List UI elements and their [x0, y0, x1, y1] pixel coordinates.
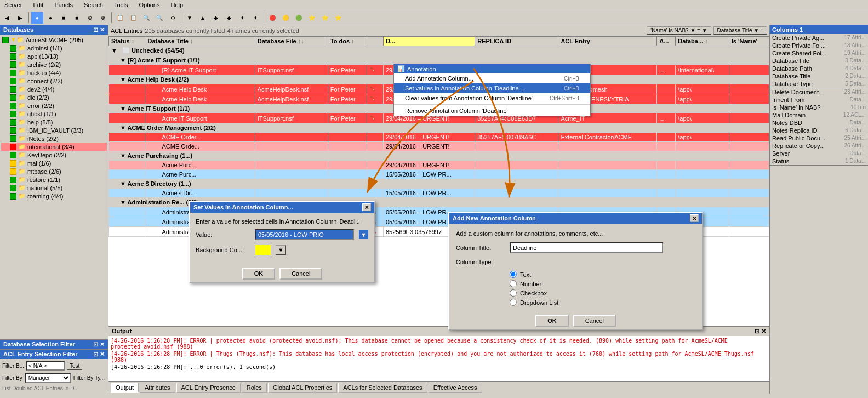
tb-btn-11[interactable]: 🔍 — [140, 12, 152, 24]
filter-btn-name[interactable]: 'Name' is NAB? ▼ = ▼ — [647, 26, 711, 35]
tab-effective-access[interactable]: Effective Access — [429, 383, 482, 393]
tree-item-roaming[interactable]: 📁 roaming (4/4) — [1, 192, 107, 200]
radio-number-input[interactable] — [510, 280, 517, 287]
right-panel-item-database-path[interactable]: Database Path 4 Data... — [770, 65, 868, 72]
context-menu-add-annotation[interactable]: Add Annotation Column... Ctrl+B — [394, 73, 590, 83]
tb-btn-7[interactable]: ⊕ — [84, 12, 96, 24]
col-todos[interactable]: To dos ↕ — [328, 37, 367, 46]
right-panel-item-is-name-nab[interactable]: Is 'Name' in NAB? 10 b:n — [770, 104, 868, 111]
tab-output[interactable]: Output — [111, 383, 139, 393]
right-panel-item-database-type[interactable]: Database Type 5 Data... — [770, 80, 868, 88]
menu-edit[interactable]: Edit — [31, 1, 45, 9]
context-menu-clear-values[interactable]: Clear values from Annotation Column 'Dea… — [394, 93, 590, 103]
tb-btn-20[interactable]: 🔴 — [266, 12, 278, 24]
col-isname[interactable]: Is 'Name' — [729, 37, 769, 46]
tree-item-national[interactable]: 📁 national (5/5) — [1, 184, 107, 192]
right-panel-item-database-file[interactable]: Database File 3 Data... — [770, 57, 868, 65]
context-menu-set-values[interactable]: Set values in Annotation Column 'Deadlin… — [394, 83, 590, 93]
add-annotation-cancel-button[interactable]: Cancel — [573, 315, 616, 327]
col-status[interactable]: Status ↕ — [109, 37, 145, 46]
tb-btn-21[interactable]: 🟡 — [279, 12, 292, 24]
tb-btn-14[interactable]: ▼ — [184, 12, 196, 24]
menu-server[interactable]: Server — [2, 1, 24, 9]
radio-checkbox-input[interactable] — [510, 289, 517, 297]
tab-acls-selected[interactable]: ACLs for Selected Databases — [338, 383, 427, 393]
col-db-title[interactable]: Database Title ↕ — [145, 37, 255, 46]
tb-btn-3[interactable]: ● — [31, 12, 43, 24]
tb-btn-9[interactable]: 📋 — [114, 12, 126, 24]
col-deadline[interactable]: D... — [383, 37, 475, 46]
bg-dropdown-arrow[interactable]: ▼ — [276, 245, 286, 255]
tb-btn-8[interactable]: ⊕ — [97, 12, 109, 24]
tree-item-connect[interactable]: 📁 connect (2/2) — [1, 77, 107, 85]
tree-item-adminsl[interactable]: 📁 adminsl (1/1) — [1, 44, 107, 52]
right-panel-item-server[interactable]: Server Data... — [770, 150, 868, 157]
tree-item-help[interactable]: 📁 help (5/5) — [1, 118, 107, 126]
col-flag[interactable] — [367, 37, 384, 46]
tb-btn-10[interactable]: 📋 — [127, 12, 139, 24]
set-values-ok-button[interactable]: OK — [242, 268, 276, 280]
tb-btn-24[interactable]: ⭐ — [319, 12, 331, 24]
tb-btn-1[interactable]: ◀ — [1, 12, 13, 24]
tree-item-keydepo[interactable]: 📁 KeyDepo (2/2) — [1, 151, 107, 159]
tree-item-backup[interactable]: 📁 backup (4/4) — [1, 69, 107, 77]
tree-item-mai[interactable]: 📁 mai (1/6) — [1, 159, 107, 167]
filter-na-input[interactable] — [26, 361, 65, 371]
right-panel-item-notes-dbd[interactable]: Notes DBD Data... — [770, 119, 868, 127]
tb-btn-19[interactable]: ✦ — [249, 12, 261, 24]
tree-item-ghost[interactable]: 📁 ghost (1/1) — [1, 110, 107, 118]
menu-help[interactable]: Help — [168, 1, 185, 9]
tb-btn-5[interactable]: ■ — [58, 12, 70, 24]
right-panel-item-replicate[interactable]: Replicate or Copy... 26 Attri... — [770, 142, 868, 150]
tree-item-international[interactable]: 📁 international (3/4) — [1, 143, 107, 151]
tree-item-ibm[interactable]: 📁 IBM_ID_VAULT (3/3) — [1, 126, 107, 134]
right-panel-item-inherit-from[interactable]: Inherit From Data... — [770, 96, 868, 104]
filter-by-select[interactable]: Manager — [25, 373, 71, 383]
tab-attributes[interactable]: Attributes — [140, 383, 175, 393]
menu-options[interactable]: Options — [137, 1, 162, 9]
menu-panels[interactable]: Panels — [52, 1, 75, 9]
col-attr[interactable]: A... — [657, 37, 676, 46]
col-database[interactable]: Databa... ↕ — [676, 37, 729, 46]
right-panel-item-status[interactable]: Status 1 Data... — [770, 157, 868, 165]
tb-btn-4[interactable]: ● — [44, 12, 56, 24]
value-dropdown-arrow[interactable]: ▼ — [358, 230, 369, 240]
col-replica[interactable]: REPLICA ID — [475, 37, 558, 46]
filter-btn-db-title[interactable]: Database Title ▼ ↑ — [713, 26, 767, 35]
add-annotation-close-button[interactable]: ✕ — [690, 214, 699, 222]
right-panel-item-notes-replica-id[interactable]: Notes Replica ID 6 Data... — [770, 127, 868, 134]
radio-dropdown-input[interactable] — [510, 299, 517, 306]
column-title-input[interactable] — [510, 242, 663, 253]
right-panel-item-create-private-ag[interactable]: Create Private Ag... 17 Attri... — [770, 34, 868, 42]
tb-btn-18[interactable]: ✦ — [236, 12, 248, 24]
tb-btn-13[interactable]: ⚙ — [167, 12, 179, 24]
tree-item-root[interactable]: ▼📁 AcmeSL/ACME (205) — [1, 36, 107, 44]
color-swatch[interactable] — [255, 245, 271, 255]
tb-btn-16[interactable]: ◆ — [210, 12, 222, 24]
test-button[interactable]: Test — [67, 362, 82, 370]
tb-btn-22[interactable]: 🟢 — [293, 12, 305, 24]
col-acl-entry[interactable]: ACL Entry — [558, 37, 657, 46]
tb-btn-17[interactable]: ◆ — [223, 12, 235, 24]
right-panel-item-read-public[interactable]: Read Public Docu... 25 Attri... — [770, 134, 868, 142]
tree-item-app[interactable]: 📁 app (13/13) — [1, 52, 107, 60]
menu-tools[interactable]: Tools — [112, 1, 130, 9]
right-panel-item-create-private-fol[interactable]: Create Private Fol... 18 Attri... — [770, 42, 868, 49]
right-panel-item-mail-domain[interactable]: Mail Domain 12 ACL... — [770, 111, 868, 119]
tab-acl-presence[interactable]: ACL Entry Presence — [176, 383, 241, 393]
tree-item-mtbase[interactable]: 📁 mtbase (2/6) — [1, 167, 107, 175]
tree-item-error[interactable]: 📁 error (2/2) — [1, 101, 107, 110]
value-input[interactable] — [255, 229, 354, 240]
tb-btn-6[interactable]: ■ — [71, 12, 83, 24]
menu-search[interactable]: Search — [82, 1, 105, 9]
right-panel-item-database-title[interactable]: Database Title 2 Data... — [770, 72, 868, 80]
col-db-file[interactable]: Database File ↑↓ — [255, 37, 328, 46]
right-panel-item-delete-doc[interactable]: Delete Document... 23 Attri... — [770, 88, 868, 96]
tree-item-inotes[interactable]: 📁 iNotes (2/2) — [1, 134, 107, 143]
set-values-cancel-button[interactable]: Cancel — [279, 268, 322, 280]
right-panel-item-create-shared-fol[interactable]: Create Shared Fol... 19 Attri... — [770, 49, 868, 57]
radio-text-input[interactable] — [510, 271, 517, 278]
tb-btn-23[interactable]: ⭐ — [306, 12, 318, 24]
set-values-close-button[interactable]: ✕ — [362, 203, 371, 211]
add-annotation-ok-button[interactable]: OK — [535, 315, 569, 327]
